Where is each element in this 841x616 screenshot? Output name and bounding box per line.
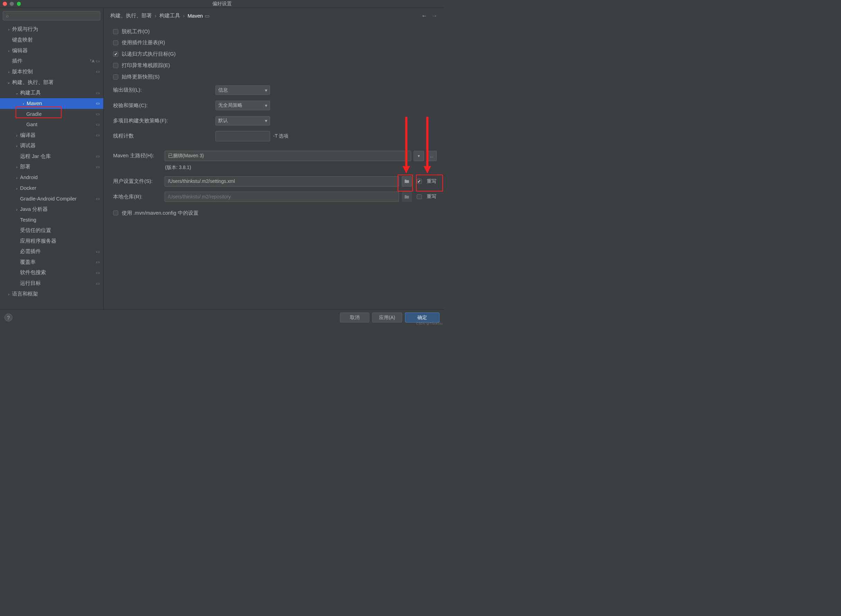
watermark: CSDN @ThinkStu xyxy=(416,321,443,325)
more-icon: ... xyxy=(430,154,433,158)
tree-item-keymap[interactable]: 键盘映射 xyxy=(0,35,103,45)
local-repo-override-checkbox[interactable] xyxy=(417,194,422,199)
use-mvn-config-checkbox[interactable] xyxy=(113,211,118,216)
tree-item-coverage[interactable]: 覆盖率▭ xyxy=(0,257,103,268)
cancel-button[interactable]: 取消 xyxy=(340,312,369,323)
thread-count-label: 线程计数 xyxy=(113,133,216,139)
tree-item-gradle[interactable]: Gradle▭ xyxy=(0,109,103,120)
tree-item-build[interactable]: ⌄构建、执行、部署 xyxy=(0,77,103,88)
tree-item-appservers[interactable]: 应用程序服务器 xyxy=(0,236,103,246)
title-bar: 偏好设置 xyxy=(0,0,444,8)
tree-item-editor[interactable]: ›编辑器 xyxy=(0,45,103,56)
update-snapshots-checkbox[interactable] xyxy=(113,74,118,79)
tree-item-run-targets[interactable]: 运行目标▭ xyxy=(0,278,103,289)
chevron-right-icon: › xyxy=(13,164,20,169)
user-settings-override-checkbox[interactable] xyxy=(417,179,422,184)
profile-scope-icon: ▭ xyxy=(96,111,100,116)
settings-main-pane: 构建、执行、部署 › 构建工具 › Maven ▭ ← → 脱机工作(O) 使用… xyxy=(104,8,444,309)
profile-scope-icon: ▭ xyxy=(96,91,100,95)
checksum-policy-select[interactable]: 无全局策略▾ xyxy=(216,101,270,110)
settings-tree[interactable]: ›外观与行为 键盘映射 ›编辑器 插件ᵀA▭ ›版本控制▭ ⌄构建、执行、部署 … xyxy=(0,22,103,309)
tree-item-debugger[interactable]: ›调试器 xyxy=(0,140,103,151)
breadcrumb-item[interactable]: 构建、执行、部署 xyxy=(110,12,152,19)
window-title: 偏好设置 xyxy=(0,1,444,7)
chevron-right-icon: › xyxy=(13,175,20,180)
maven-version-note: (版本: 3.8.1) xyxy=(165,163,437,174)
chevron-right-icon: › xyxy=(6,48,12,53)
tree-item-version-control[interactable]: ›版本控制▭ xyxy=(0,66,103,77)
breadcrumb: 构建、执行、部署 › 构建工具 › Maven ▭ ← → xyxy=(104,8,444,21)
profile-scope-icon: ▭ xyxy=(96,197,100,201)
folder-icon xyxy=(404,179,409,183)
tree-item-maven[interactable]: ›Maven▭ xyxy=(0,98,103,109)
tree-item-remote-jar[interactable]: 远程 Jar 仓库▭ xyxy=(0,151,103,162)
tree-item-testing[interactable]: Testing xyxy=(0,215,103,225)
profile-scope-icon: ▭ xyxy=(96,249,100,254)
user-settings-input[interactable]: /Users/thinkstu/.m2/settings.xml xyxy=(164,176,399,187)
offline-label: 脱机工作(O) xyxy=(122,28,150,35)
stacktrace-label: 打印异常堆栈跟踪(E) xyxy=(122,62,170,69)
profile-scope-icon: ▭ xyxy=(96,260,100,264)
forward-button[interactable]: → xyxy=(432,12,437,19)
tree-item-compiler[interactable]: ›编译器▭ xyxy=(0,130,103,141)
tree-item-gant[interactable]: Gant▭ xyxy=(0,119,103,130)
maven-home-select[interactable]: 已捆绑(Maven 3) xyxy=(164,151,411,161)
user-settings-label: 用户设置文件(S): xyxy=(113,178,162,185)
tree-item-build-tools[interactable]: ⌄构建工具▭ xyxy=(0,88,103,98)
maven-settings-form: 脱机工作(O) 使用插件注册表(R) 以递归方式执行目标(G) 打印异常堆栈跟踪… xyxy=(104,21,444,219)
tree-item-plugins[interactable]: 插件ᵀA▭ xyxy=(0,56,103,66)
profile-scope-icon: ▭ xyxy=(96,122,100,127)
chevron-right-icon: › xyxy=(6,69,12,74)
chevron-right-icon: › xyxy=(13,144,20,148)
chevron-right-icon: › xyxy=(6,292,12,296)
tree-item-android[interactable]: ›Android xyxy=(0,172,103,183)
chevron-down-icon: ▾ xyxy=(265,88,267,93)
maven-home-dropdown-button[interactable]: ▾ xyxy=(414,151,424,161)
tree-item-required-plugins[interactable]: 必需插件▭ xyxy=(0,246,103,257)
settings-sidebar: ⌕ ›外观与行为 键盘映射 ›编辑器 插件ᵀA▭ ›版本控制▭ ⌄构建、执行、部… xyxy=(0,8,104,309)
plugin-registry-checkbox[interactable] xyxy=(113,40,118,45)
breadcrumb-item[interactable]: 构建工具 xyxy=(159,12,180,19)
search-input[interactable]: ⌕ xyxy=(3,11,100,21)
tree-item-languages[interactable]: ›语言和框架 xyxy=(0,289,103,299)
thread-count-input[interactable] xyxy=(216,131,270,141)
back-button[interactable]: ← xyxy=(421,12,427,19)
chevron-right-icon: › xyxy=(13,186,20,191)
offline-checkbox[interactable] xyxy=(113,29,118,34)
chevron-down-icon: ▾ xyxy=(265,118,267,123)
thread-count-suffix: -T 选项 xyxy=(273,133,289,139)
checksum-policy-label: 校验和策略(C): xyxy=(113,102,216,109)
chevron-right-icon: › xyxy=(154,13,156,19)
maven-home-label: Maven 主路径(H): xyxy=(113,153,162,159)
maven-home-more-button[interactable]: ... xyxy=(426,151,437,161)
failure-policy-select[interactable]: 默认▾ xyxy=(216,116,270,126)
output-level-select[interactable]: 信息▾ xyxy=(216,85,270,95)
chevron-right-icon: › xyxy=(20,101,26,106)
apply-button[interactable]: 应用(A) xyxy=(372,312,402,323)
tree-item-deployment[interactable]: ›部署▭ xyxy=(0,162,103,173)
local-repo-input[interactable]: /Users/thinkstu/.m2/repository xyxy=(164,192,399,202)
dialog-footer: ? 取消 应用(A) 确定 xyxy=(0,309,444,325)
output-level-label: 输出级别(L): xyxy=(113,87,216,93)
chevron-down-icon: ⌄ xyxy=(6,80,12,85)
help-button[interactable]: ? xyxy=(4,314,12,321)
tree-item-gradle-android[interactable]: Gradle-Android Compiler▭ xyxy=(0,193,103,204)
local-repo-browse-button[interactable] xyxy=(402,192,412,202)
tree-item-trusted[interactable]: 受信任的位置 xyxy=(0,225,103,236)
folder-icon xyxy=(404,195,409,199)
tree-item-docker[interactable]: ›Docker xyxy=(0,183,103,194)
chevron-right-icon: › xyxy=(183,13,185,19)
chevron-down-icon: ▾ xyxy=(265,103,267,108)
help-icon: ? xyxy=(7,315,10,320)
chevron-down-icon: ⌄ xyxy=(13,91,20,95)
tree-item-appearance[interactable]: ›外观与行为 xyxy=(0,24,103,35)
breadcrumb-item-current: Maven xyxy=(188,13,203,19)
tree-item-package-search[interactable]: 软件包搜索▭ xyxy=(0,268,103,278)
tree-item-java-profiler[interactable]: ›Java 分析器 xyxy=(0,204,103,215)
user-settings-browse-button[interactable] xyxy=(402,176,412,187)
chevron-down-icon: ▾ xyxy=(418,154,420,158)
recursive-checkbox[interactable] xyxy=(113,51,118,57)
override-label: 重写 xyxy=(427,194,436,200)
recursive-label: 以递归方式执行目标(G) xyxy=(122,51,176,57)
stacktrace-checkbox[interactable] xyxy=(113,63,118,68)
